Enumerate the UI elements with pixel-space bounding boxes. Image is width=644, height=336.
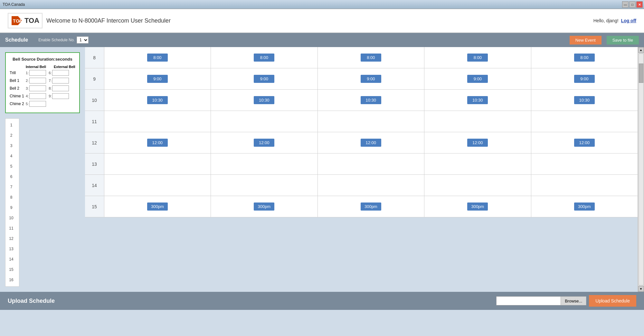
time-button-12-2[interactable]: 12:00 bbox=[361, 139, 381, 147]
grid-cell-9-2: 9:00 bbox=[318, 68, 424, 89]
time-button-10-2[interactable]: 10:30 bbox=[361, 96, 381, 104]
internal-bell-input-2[interactable] bbox=[29, 78, 46, 84]
time-button-9-1[interactable]: 9:00 bbox=[254, 75, 274, 83]
upload-file-input[interactable] bbox=[496, 296, 561, 305]
grid-cell-14-1 bbox=[211, 175, 317, 196]
time-button-15-2[interactable]: 300pm bbox=[361, 203, 381, 211]
event-number-13: 13 bbox=[5, 244, 17, 254]
event-number-3: 3 bbox=[5, 141, 17, 151]
time-button-8-4[interactable]: 8:00 bbox=[574, 54, 595, 62]
left-side: Bell Source Duration:seconds Internal Be… bbox=[0, 47, 85, 292]
time-button-15-3[interactable]: 300pm bbox=[467, 203, 488, 211]
grid-cell-10-0: 10:30 bbox=[104, 90, 211, 111]
grid-cell-13-3 bbox=[424, 153, 531, 174]
internal-bell-input-4[interactable] bbox=[29, 93, 46, 99]
grid-row-label-9: 9 bbox=[85, 68, 104, 89]
internal-bell-input-1[interactable] bbox=[29, 70, 46, 76]
upload-label: Upload Schedule bbox=[8, 298, 72, 304]
title-bar-text: TOA Canada bbox=[3, 2, 25, 7]
time-button-8-2[interactable]: 8:00 bbox=[361, 54, 381, 62]
upload-schedule-button[interactable]: Upload Schedule bbox=[589, 295, 636, 307]
time-button-12-0[interactable]: 12:00 bbox=[147, 139, 168, 147]
grid-cell-11-3 bbox=[424, 111, 531, 132]
grid-row-14: 14 bbox=[85, 175, 638, 196]
grid-cell-12-1: 12:00 bbox=[211, 132, 317, 153]
time-button-10-3[interactable]: 10:30 bbox=[467, 96, 488, 104]
time-button-10-1[interactable]: 10:30 bbox=[254, 96, 274, 104]
time-button-8-3[interactable]: 8:00 bbox=[467, 54, 488, 62]
external-bell-input-3[interactable] bbox=[52, 85, 69, 91]
grid-row-label-12: 12 bbox=[85, 132, 104, 153]
scroll-thumb[interactable] bbox=[639, 64, 643, 83]
external-bell-input-1[interactable] bbox=[52, 70, 69, 76]
grid-cell-12-4: 12:00 bbox=[531, 132, 638, 153]
time-button-9-2[interactable]: 9:00 bbox=[361, 75, 381, 83]
logoff-link[interactable]: Log off bbox=[621, 18, 636, 23]
time-button-15-4[interactable]: 300pm bbox=[574, 203, 595, 211]
scroll-down-arrow[interactable]: ▼ bbox=[638, 286, 644, 292]
external-bell-input-2[interactable] bbox=[52, 78, 69, 84]
time-button-9-0[interactable]: 9:00 bbox=[147, 75, 168, 83]
external-bell-input-4[interactable] bbox=[52, 93, 69, 99]
time-button-12-1[interactable]: 12:00 bbox=[254, 139, 274, 147]
schedule-number-select[interactable]: 1 2 3 bbox=[77, 36, 89, 44]
grid-cell-8-0: 8:00 bbox=[104, 47, 211, 68]
time-button-12-4[interactable]: 12:00 bbox=[574, 139, 595, 147]
grid-cell-13-0 bbox=[104, 153, 211, 174]
svg-text:A: A bbox=[19, 18, 22, 24]
time-button-10-4[interactable]: 10:30 bbox=[574, 96, 595, 104]
event-number-16: 16 bbox=[5, 275, 17, 285]
event-numbers: 12345678910111213141516 bbox=[5, 120, 19, 285]
grid-cell-14-3 bbox=[424, 175, 531, 196]
scrollbar-area[interactable]: ▲ ▼ bbox=[638, 47, 644, 292]
grid-row-10: 1010:3010:3010:3010:3010:30 bbox=[85, 90, 638, 111]
time-button-9-3[interactable]: 9:00 bbox=[467, 75, 488, 83]
grid-row-8: 88:008:008:008:008:00 bbox=[85, 47, 638, 68]
upload-input-area: Browse... Upload Schedule bbox=[496, 295, 636, 307]
time-button-10-0[interactable]: 10:30 bbox=[147, 96, 168, 104]
bell-label: Bell 2 bbox=[10, 86, 26, 91]
event-number-7: 7 bbox=[5, 182, 17, 192]
toa-logo-icon: T O A bbox=[11, 15, 23, 26]
internal-bell-input-3[interactable] bbox=[29, 85, 46, 91]
logo-area: T O A TOA Welcome to N-8000AF Intercom U… bbox=[8, 13, 171, 28]
main-content: Bell Source Duration:seconds Internal Be… bbox=[0, 47, 644, 292]
grid-cell-14-2 bbox=[318, 175, 424, 196]
grid-cell-13-2 bbox=[318, 153, 424, 174]
new-event-button[interactable]: New Event bbox=[570, 36, 601, 44]
save-to-file-button[interactable]: Save to file bbox=[607, 36, 639, 44]
bell-column-headers: Internal Bell External Bell bbox=[10, 65, 75, 69]
grid-cell-9-0: 9:00 bbox=[104, 68, 211, 89]
time-button-8-1[interactable]: 8:00 bbox=[254, 54, 274, 62]
event-number-14: 14 bbox=[5, 254, 17, 264]
event-number-4: 4 bbox=[5, 151, 17, 161]
minimize-button[interactable]: — bbox=[622, 1, 629, 8]
close-button[interactable]: ✕ bbox=[636, 1, 643, 8]
time-button-15-1[interactable]: 300pm bbox=[254, 203, 274, 211]
event-number-1: 1 bbox=[5, 120, 17, 130]
grid-cell-15-1: 300pm bbox=[211, 196, 317, 217]
grid-cell-11-0 bbox=[104, 111, 211, 132]
event-number-5: 5 bbox=[5, 161, 17, 172]
internal-bell-input-5[interactable] bbox=[29, 101, 46, 107]
grid-cell-9-1: 9:00 bbox=[211, 68, 317, 89]
schedule-grid-area: 88:008:008:008:008:0099:009:009:009:009:… bbox=[85, 47, 644, 292]
grid-cell-10-1: 10:30 bbox=[211, 90, 317, 111]
time-button-8-0[interactable]: 8:00 bbox=[147, 54, 168, 62]
bell-inputs: 2: 7: bbox=[26, 78, 69, 84]
grid-cell-12-2: 12:00 bbox=[318, 132, 424, 153]
scroll-up-arrow[interactable]: ▲ bbox=[638, 47, 644, 53]
upload-footer: Upload Schedule Browse... Upload Schedul… bbox=[0, 292, 644, 310]
event-number-15: 15 bbox=[5, 264, 17, 275]
scroll-track[interactable] bbox=[639, 54, 644, 285]
grid-cell-12-3: 12:00 bbox=[424, 132, 531, 153]
browse-button[interactable]: Browse... bbox=[561, 296, 586, 305]
time-button-12-3[interactable]: 12:00 bbox=[467, 139, 488, 147]
maximize-button[interactable]: □ bbox=[629, 1, 636, 8]
time-button-15-0[interactable]: 300pm bbox=[147, 203, 168, 211]
grid-cell-8-3: 8:00 bbox=[424, 47, 531, 68]
user-area: Hello, djang! Log off bbox=[593, 18, 636, 23]
time-button-9-4[interactable]: 9:00 bbox=[574, 75, 595, 83]
bell-row-bell2: Bell 2 3: 8: bbox=[10, 85, 75, 91]
grid-cell-13-4 bbox=[531, 153, 638, 174]
